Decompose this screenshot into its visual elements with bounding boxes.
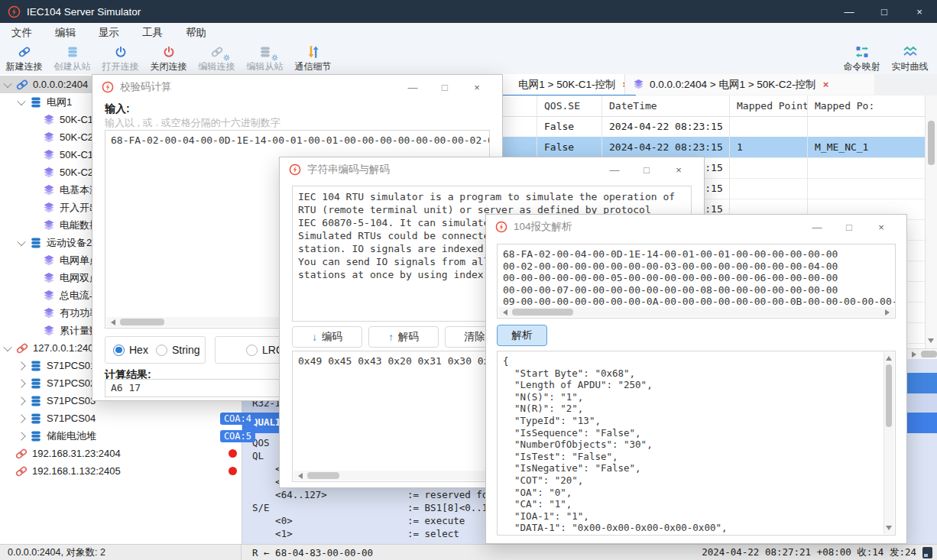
status-device-icon[interactable] [922,547,932,558]
minimize-button[interactable]: — [801,215,833,239]
scroll-down-arrow-icon[interactable] [928,338,934,343]
table-vertical-scrollbar[interactable] [925,95,937,348]
link-icon [211,46,223,58]
frame-hex-textarea[interactable]: 68-FA-02-00-04-00-0D-1E-14-00-01-00-01-0… [497,244,896,319]
chevron-right-icon[interactable] [17,397,25,405]
edit-slave-button[interactable]: 编辑从站 [241,43,289,73]
minimize-button[interactable]: — [832,0,867,23]
tree-item-label: 电网1 [47,95,72,109]
scrollbar-thumb[interactable] [512,309,573,316]
status-bar: 0.0.0.0:2404, 对象数: 2 R ← 68-04-83-00-00-… [0,544,937,560]
database-icon [30,413,42,425]
layers-icon [43,131,55,144]
database-icon [30,360,42,372]
parse-result-area[interactable]: { "Start Byte": "0x68", "Length of APDU"… [497,351,896,536]
database-icon [30,96,42,108]
scrollbar-thumb[interactable] [928,121,935,165]
menu-file[interactable]: 文件 [0,26,44,40]
status-connection-info: 0.0.0.0:2404, 对象数: 2 [0,545,242,560]
maximize-button[interactable]: □ [833,215,865,239]
new-connection-button[interactable]: 新建连接 [0,43,48,73]
communication-detail-button[interactable]: 通信细节 [289,43,337,73]
dialog-title: 校验码计算 [120,80,172,94]
close-connection-button[interactable]: 关闭连接 [144,43,193,73]
maximize-button[interactable]: □ [867,0,902,23]
close-button[interactable]: × [865,215,897,239]
scrollbar-thumb[interactable] [886,364,892,427]
scroll-left-arrow-icon[interactable] [111,319,115,325]
gear-icon [271,54,278,61]
scroll-right-arrow-icon[interactable] [885,309,890,316]
radio-string[interactable]: String [156,344,200,356]
scroll-left-arrow-icon[interactable] [298,473,303,479]
parse-button[interactable]: 解析 [497,325,547,346]
scroll-down-arrow-icon[interactable] [886,526,892,530]
maximize-button[interactable]: □ [631,157,663,182]
tree-item-label: S71PCS03 [47,395,96,406]
detail-line: <1>:= select [252,528,459,541]
close-button[interactable]: × [461,75,493,99]
input-label: 输入: [105,102,130,116]
frame-parser-dialog: 104报文解析 — □ × 68-FA-02-00-04-00-0D-1E-14… [485,214,907,544]
tree-item-server[interactable]: 192.168.31.23:2404 [0,445,246,462]
checksum-dialog-titlebar[interactable]: 校验码计算 — □ × [92,75,502,99]
col-qos-se[interactable]: QOS.SE [537,95,602,116]
scrollbar-thumb[interactable] [120,319,164,325]
menu-view[interactable]: 显示 [87,26,131,40]
chevron-right-icon[interactable] [17,361,25,370]
close-button[interactable]: × [902,0,937,23]
chevron-down-icon[interactable] [17,237,25,245]
offline-status-dot [229,449,237,458]
tab-close-icon[interactable]: × [823,79,829,90]
col-mapped-point-ca[interactable]: Mapped Point CA [730,95,808,116]
col-mapped-po[interactable]: Mapped Po: [808,95,925,116]
open-connection-button[interactable]: 打开连接 [96,43,144,73]
parser-dialog-titlebar[interactable]: 104报文解析 — □ × [486,215,906,239]
maximize-button[interactable]: □ [429,75,461,99]
tree-item-station[interactable]: 储能电池堆 COA:5 [0,427,260,445]
menu-help[interactable]: 帮助 [174,26,218,40]
radio-hex[interactable]: Hex [113,344,148,356]
create-slave-button[interactable]: 创建从站 [48,43,96,73]
decode-button[interactable]: ↑ 解码 [368,326,439,348]
col-datetime[interactable]: DateTime [602,95,730,116]
tree-item-server[interactable]: 192.168.1.132:2405 [0,462,246,480]
menu-tools[interactable]: 工具 [131,26,174,40]
codec-dialog-titlebar[interactable]: 字符串编码与解码 — □ × [280,157,704,182]
scroll-up-arrow-icon[interactable] [886,356,892,361]
chevron-right-icon[interactable] [17,414,25,422]
scrollbar-thumb[interactable] [921,351,937,358]
minimize-button[interactable]: — [397,75,429,99]
horizontal-scrollbar[interactable] [498,307,894,317]
dialog-title: 字符串编码与解码 [307,163,390,176]
menu-edit[interactable]: 编辑 [44,26,87,40]
toolbar: 新建连接 创建从站 打开连接 关闭连接 编辑连接 编辑从站 [0,43,937,75]
detail-line: S/E:= BS1[8]<0..1> [252,502,494,515]
scroll-left-arrow-icon[interactable] [503,309,507,316]
close-button[interactable]: × [663,157,695,182]
encode-button[interactable]: ↓ 编码 [292,326,362,348]
scrollbar-thumb[interactable] [307,472,339,479]
tree-item-label: 50K-C1 [60,114,93,125]
status-last-frame: R ← 68-04-83-00-00-00 [242,547,373,558]
chevron-down-icon[interactable] [17,96,25,105]
database-icon [30,395,42,407]
scroll-right-arrow-icon[interactable] [912,351,916,358]
tab-50k-c2-control[interactable]: 0.0.0.0:2404 > 电网1 > 50K-C2-控制 × [624,74,874,95]
chevron-right-icon[interactable] [17,432,25,440]
minimize-button[interactable]: — [598,157,631,182]
radio-lrc[interactable]: LRC [246,344,284,356]
database-icon [259,46,271,58]
realtime-curve-button[interactable]: 实时曲线 [886,43,934,73]
command-mapping-button[interactable]: 命令映射 [838,43,886,73]
chevron-down-icon[interactable] [3,342,11,351]
database-icon [30,430,42,442]
gear-icon [223,54,230,61]
chevron-down-icon[interactable] [3,79,11,87]
tree-item-station[interactable]: S71PCS04 COA:4 [0,409,260,427]
up-arrow-icon: ↑ [388,332,394,343]
chevron-right-icon[interactable] [17,379,25,387]
vertical-scrollbar[interactable] [884,352,894,534]
edit-connection-button[interactable]: 编辑连接 [193,43,241,73]
link-icon [16,79,28,91]
